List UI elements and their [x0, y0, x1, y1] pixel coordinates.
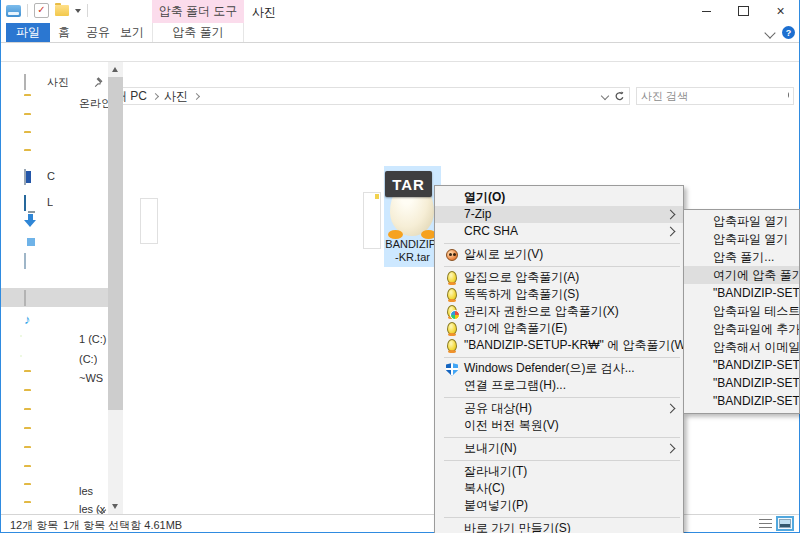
- menu-item-share-with[interactable]: 공유 대상(H): [435, 400, 683, 417]
- scrollbar-thumb[interactable]: [108, 77, 123, 410]
- search-box[interactable]: [636, 87, 794, 105]
- sidebar-item-documents[interactable]: [1, 252, 109, 270]
- breadcrumb-pictures[interactable]: 사진: [164, 88, 188, 105]
- submenu-item-add-to-named[interactable]: "BANDIZIP-SETUP-K: [684, 392, 799, 410]
- submenu-arrow-icon: [666, 404, 676, 414]
- sidebar-item-drive-c[interactable]: C: [1, 168, 109, 186]
- menu-item-admin-extract[interactable]: 관리자 권한으로 압축풀기(X): [435, 303, 683, 320]
- sidebar-item-drive[interactable]: 1 (C:): [1, 331, 109, 349]
- partial-file-icon[interactable]: [363, 192, 381, 249]
- item-count: 12개 항목: [10, 518, 58, 533]
- sidebar-item-folder[interactable]: [1, 427, 109, 445]
- partition-icon: [24, 169, 26, 185]
- scroll-up-icon[interactable]: [112, 67, 118, 72]
- scroll-down-icon[interactable]: [112, 504, 118, 509]
- submenu-item-extract-files[interactable]: 압축 풀기...: [684, 248, 799, 266]
- sidebar-item-folder[interactable]: [1, 446, 109, 464]
- sidebar-item-folder[interactable]: [1, 408, 109, 426]
- navigation-pane: 사진 온라인 C L ♪ 1 (C:) (C:): [1, 62, 123, 514]
- menu-item-defender-scan[interactable]: Windows Defender(으)로 검사...: [435, 360, 683, 377]
- pictures-icon: [24, 74, 26, 90]
- crumb-chevron-icon[interactable]: [193, 92, 200, 99]
- submenu-item-extract-to[interactable]: "BANDIZIP-SETUP-K: [684, 284, 799, 302]
- details-view-button[interactable]: [756, 516, 774, 531]
- sidebar-item-folder[interactable]: [1, 113, 109, 131]
- file-name-line1: BANDIZIP-: [384, 238, 441, 251]
- sidebar-item-folder[interactable]: [1, 149, 109, 167]
- egg-icon: [447, 288, 457, 301]
- tab-home[interactable]: 홈: [50, 23, 78, 42]
- sidebar-item-folder[interactable]: les: [1, 483, 109, 501]
- address-dropdown-icon[interactable]: [601, 92, 609, 100]
- address-bar-row: ← → ↑ 내 PC 사진: [0, 43, 800, 61]
- submenu-item-open-archive[interactable]: 압축파일 열기: [684, 230, 799, 248]
- tab-share[interactable]: 공유: [80, 23, 116, 42]
- submenu-item-extract-here[interactable]: 여기에 압축 풀기: [684, 266, 799, 284]
- menu-item-copy[interactable]: 복사(C): [435, 480, 683, 497]
- sidebar-item-downloads[interactable]: [1, 212, 109, 230]
- maximize-button[interactable]: [725, 0, 762, 22]
- sidebar-item-folder[interactable]: [1, 131, 109, 149]
- refresh-icon[interactable]: [614, 91, 625, 102]
- sidebar-item-folder[interactable]: [1, 389, 109, 407]
- submenu-item-test-archive[interactable]: 압축파일 테스트: [684, 302, 799, 320]
- selected-file-tar[interactable]: TAR BANDIZIP- -KR.tar: [384, 166, 441, 267]
- properties-check-icon[interactable]: ✓: [34, 3, 49, 18]
- qat-dropdown-icon[interactable]: [75, 9, 81, 13]
- submenu-item-compress-email[interactable]: 압축해서 이메일 보내: [684, 338, 799, 356]
- 7zip-submenu: 압축파일 열기 압축파일 열기 압축 풀기... 여기에 압축 풀기 "BAND…: [683, 209, 800, 414]
- submenu-item-add-to-archive[interactable]: 압축파일에 추가...: [684, 320, 799, 338]
- sidebar-item-pictures-selected[interactable]: [1, 288, 109, 307]
- separator: [87, 4, 88, 17]
- menu-item-restore-versions[interactable]: 이전 버전 복원(V): [435, 417, 683, 434]
- submenu-item-add-to-named[interactable]: "BANDIZIP-SETUP-K: [684, 356, 799, 374]
- menu-item-extract-to-folder[interactable]: "BANDIZIP-SETUP-KR₩" 에 압축풀기(W): [435, 337, 683, 354]
- new-folder-icon[interactable]: [55, 5, 69, 16]
- sidebar-item-videos[interactable]: [1, 234, 109, 252]
- search-icon[interactable]: [787, 90, 789, 102]
- sidebar-item-drive[interactable]: (C:): [1, 351, 109, 369]
- submenu-item-open-archive[interactable]: 압축파일 열기: [684, 212, 799, 230]
- crumb-chevron-icon[interactable]: [152, 92, 159, 99]
- menu-item-send-to[interactable]: 보내기(N): [435, 440, 683, 457]
- help-icon[interactable]: ?: [782, 26, 795, 39]
- menu-item-create-shortcut[interactable]: 바로 가기 만들기(S): [435, 520, 683, 533]
- menu-item-7zip[interactable]: 7-Zip: [435, 206, 683, 223]
- music-note-icon: ♪: [24, 313, 31, 326]
- window-border: [0, 0, 1, 533]
- tab-extract[interactable]: 압축 풀기: [153, 23, 243, 42]
- tab-file[interactable]: 파일: [6, 23, 50, 42]
- egg-icon: [447, 322, 457, 335]
- tab-view[interactable]: 보기: [114, 23, 150, 42]
- selection-summary: 1개 항목 선택함 4.61MB: [63, 518, 182, 533]
- title-bar: ✓ 압축 폴더 도구 사진 ×: [0, 0, 800, 23]
- menu-item-alsee-view[interactable]: 알씨로 보기(V): [435, 246, 683, 263]
- submenu-item-add-to-named[interactable]: "BANDIZIP-SETUP-K: [684, 374, 799, 392]
- menu-item-paste[interactable]: 붙여넣기(P): [435, 497, 683, 514]
- sidebar-item-program-files[interactable]: les (x: [1, 501, 109, 514]
- partial-file-icon[interactable]: [140, 198, 158, 244]
- menu-item-open-with[interactable]: 연결 프로그램(H)...: [435, 377, 683, 394]
- sidebar-item-pictures-pinned[interactable]: 사진: [1, 73, 109, 91]
- menu-item-cut[interactable]: 잘라내기(T): [435, 463, 683, 480]
- sidebar-item-computer[interactable]: L: [1, 194, 109, 212]
- thumbnail-view-icon: [779, 519, 791, 528]
- address-box[interactable]: 내 PC 사진: [78, 87, 630, 105]
- sidebar-scrollbar[interactable]: [108, 62, 123, 514]
- menu-item-smart-extract[interactable]: 똑똑하게 압축풀기(S): [435, 286, 683, 303]
- search-input[interactable]: [637, 90, 787, 102]
- context-menu: 열기(O) 7-Zip CRC SHA 알씨로 보기(V) 알집으로 압축풀기(…: [434, 185, 684, 533]
- thumbnail-view-button[interactable]: [776, 516, 794, 531]
- alsee-icon: [446, 249, 458, 261]
- sidebar-item-music[interactable]: ♪: [1, 311, 109, 329]
- minimize-button[interactable]: [688, 0, 725, 22]
- menu-item-extract-here[interactable]: 여기에 압축풀기(E): [435, 320, 683, 337]
- menu-item-crc-sha[interactable]: CRC SHA: [435, 223, 683, 240]
- menu-item-alzip-extract[interactable]: 알집으로 압축풀기(A): [435, 269, 683, 286]
- sidebar-item-folder[interactable]: 온라인: [1, 94, 109, 112]
- menu-item-open[interactable]: 열기(O): [435, 189, 683, 206]
- sidebar-item-folder[interactable]: ~WS: [1, 370, 109, 388]
- close-button[interactable]: ×: [762, 0, 799, 22]
- defender-shield-icon: [446, 363, 458, 376]
- sidebar-item-folder[interactable]: [1, 465, 109, 483]
